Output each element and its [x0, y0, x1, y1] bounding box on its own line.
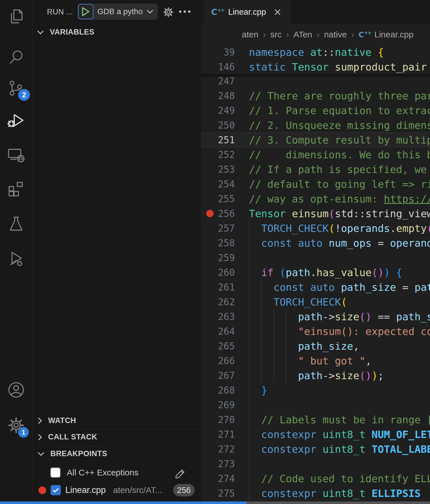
remote-explorer-icon[interactable] [0, 141, 32, 169]
line-number[interactable]: 273 [201, 458, 235, 469]
line-number[interactable]: 252 [201, 149, 235, 160]
token-kc: if [261, 267, 273, 278]
code-line-260[interactable]: 260 if (path.has_value()) { [201, 265, 430, 280]
code-line-273[interactable]: 273 [201, 456, 430, 471]
line-number[interactable]: 254 [201, 179, 235, 190]
line-number[interactable]: 264 [201, 326, 235, 337]
breakpoint-dot-icon[interactable] [206, 210, 214, 217]
line-number[interactable]: 247 [201, 76, 235, 87]
line-number[interactable]: 263 [201, 311, 235, 322]
line-number[interactable]: 268 [201, 385, 235, 396]
code-line-254[interactable]: 254// default to going left => ri [201, 177, 430, 191]
line-number[interactable]: 256 [201, 208, 235, 219]
line-number[interactable]: 274 [201, 473, 235, 484]
checkbox-unchecked[interactable] [50, 467, 61, 478]
line-number[interactable]: 266 [201, 355, 235, 366]
breadcrumb-item[interactable]: aten [242, 30, 258, 39]
line-number[interactable]: 257 [201, 223, 235, 234]
code-line-271[interactable]: 271 constexpr uint8_t NUM_OF_LETTERS [201, 427, 430, 442]
code-line-266[interactable]: 266 " but got ", [201, 353, 430, 368]
code-line-267[interactable]: 267 path->size()); [201, 368, 430, 383]
line-number[interactable]: 251 [201, 134, 235, 146]
breadcrumb-item[interactable]: native [324, 30, 347, 39]
line-number[interactable]: 249 [201, 105, 235, 116]
code-line-250[interactable]: 250// 2. Unsqueeze missing dimens [201, 118, 430, 133]
breadcrumb-file[interactable]: Linear.cpp [374, 30, 413, 39]
code-line-272[interactable]: 272 constexpr uint8_t TOTAL_LABELS [201, 442, 430, 456]
code-line-248[interactable]: 248// There are roughly three par [201, 88, 430, 103]
line-number[interactable]: 267 [201, 370, 235, 381]
code-line-275[interactable]: 275 constexpr uint8_t ELLIPSIS [201, 486, 430, 501]
extensions-icon[interactable] [0, 175, 32, 203]
close-icon[interactable] [274, 8, 281, 16]
sticky-scroll: 39namespace at::native {146static Tensor… [201, 45, 430, 75]
breakpoint-all-cpp-exceptions[interactable]: All C++ Exceptions [50, 464, 197, 481]
code-line-256[interactable]: 256Tensor einsum(std::string_view [201, 206, 430, 221]
code-line-262[interactable]: 262 TORCH_CHECK( [201, 294, 430, 309]
code-line-247[interactable]: 247 [201, 74, 430, 88]
code-line-253[interactable]: 253// If a path is specified, we [201, 162, 430, 177]
start-debugging-button[interactable] [78, 4, 93, 19]
breakpoint-linear-cpp[interactable]: Linear.cpp aten/src/AT... 256 [38, 482, 200, 498]
line-number[interactable]: 261 [201, 282, 235, 293]
code-line-251[interactable]: 251// 3. Compute result by multip [201, 133, 430, 147]
line-number[interactable]: 39 [201, 47, 235, 58]
code-line-257[interactable]: 257 TORCH_CHECK(!operands.empty() [201, 221, 430, 236]
code-line-259[interactable]: 259 [201, 250, 430, 265]
line-number[interactable]: 260 [201, 267, 235, 278]
code-text: // way as opt-einsum: https:// [249, 193, 430, 205]
code-line-258[interactable]: 258 const auto num_ops = operands [201, 236, 430, 250]
code-line-252[interactable]: 252// dimensions. We do this b [201, 147, 430, 162]
sticky-line-146[interactable]: 146static Tensor sumproduct_pair [201, 59, 430, 74]
line-number[interactable]: 255 [201, 193, 235, 204]
line-number[interactable]: 250 [201, 120, 235, 131]
section-watch[interactable]: WATCH [37, 416, 76, 425]
breadcrumb-item[interactable]: src [270, 30, 281, 39]
code-line-274[interactable]: 274 // Code used to identify ELL [201, 471, 430, 486]
line-number[interactable]: 259 [201, 252, 235, 263]
code-line-255[interactable]: 255// way as opt-einsum: https:// [201, 191, 430, 206]
code-line-265[interactable]: 265 path_size, [201, 339, 430, 353]
line-number[interactable]: 258 [201, 238, 235, 249]
explorer-icon[interactable] [0, 3, 32, 31]
testing-flask-icon[interactable] [0, 210, 32, 238]
section-variables[interactable]: VARIABLES [36, 28, 94, 37]
token-cm: // default to going left => ri [249, 178, 430, 190]
sticky-line-39[interactable]: 39namespace at::native { [201, 45, 430, 59]
settings-gear-icon[interactable]: 1 [0, 411, 32, 439]
line-number[interactable]: 275 [201, 488, 235, 499]
code-line-268[interactable]: 268 } [201, 383, 430, 398]
debug-settings-gear-icon[interactable] [162, 6, 174, 19]
line-number[interactable]: 253 [201, 164, 235, 175]
edit-pencil-icon[interactable] [174, 466, 186, 479]
accounts-icon[interactable] [0, 376, 32, 404]
checkbox-checked[interactable] [51, 485, 61, 495]
section-breakpoints[interactable]: BREAKPOINTS [37, 449, 107, 458]
line-number[interactable]: 262 [201, 296, 235, 307]
more-actions-icon[interactable] [179, 9, 191, 15]
code-line-269[interactable]: 269 [201, 398, 430, 412]
custom-tool-icon[interactable] [0, 245, 32, 273]
breadcrumb-item[interactable]: ATen [293, 30, 312, 39]
search-icon[interactable] [0, 43, 32, 71]
line-number[interactable]: 272 [201, 444, 235, 455]
line-number[interactable]: 146 [201, 61, 235, 72]
chevron-right-icon [37, 417, 43, 425]
section-call-stack[interactable]: CALL STACK [37, 433, 97, 441]
code-line-249[interactable]: 249// 1. Parse equation to extrac [201, 103, 430, 118]
code-line-270[interactable]: 270 // Labels must be in range [ [201, 412, 430, 427]
line-number[interactable]: 265 [201, 341, 235, 352]
launch-config-dropdown[interactable]: GDB a pytho [93, 4, 157, 19]
source-control-icon[interactable]: 2 [0, 75, 32, 103]
line-number[interactable]: 271 [201, 429, 235, 440]
code-line-261[interactable]: 261 const auto path_size = path [201, 280, 430, 294]
comment-link[interactable]: https:// [384, 193, 430, 205]
tab-linear-cpp[interactable]: C++ Linear.cpp [204, 0, 291, 24]
code-line-263[interactable]: 263 path->size() == path_s [201, 309, 430, 324]
line-number[interactable]: 269 [201, 400, 235, 411]
line-number[interactable]: 270 [201, 414, 235, 425]
code-line-264[interactable]: 264 "einsum(): expected contr [201, 324, 430, 339]
code-editor[interactable]: 247248// There are roughly three par249/… [201, 45, 430, 504]
run-and-debug-icon[interactable] [0, 107, 32, 135]
line-number[interactable]: 248 [201, 90, 235, 101]
